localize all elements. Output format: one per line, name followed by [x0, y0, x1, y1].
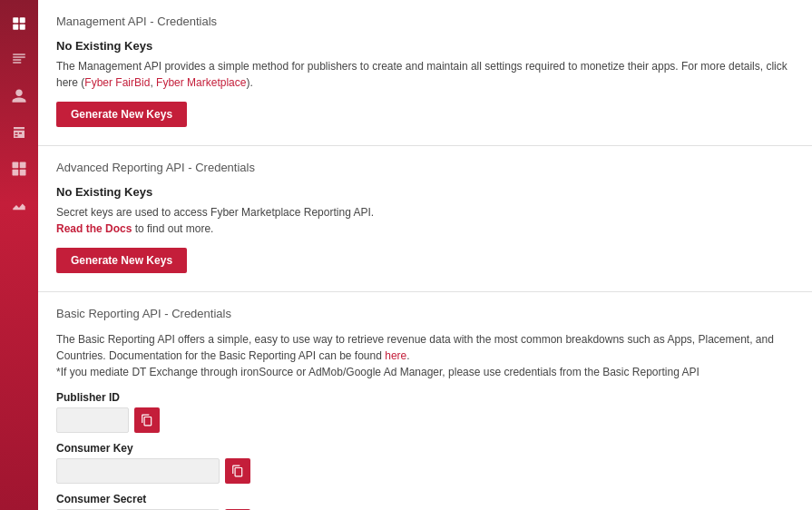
- basic-api-desc-main: The Basic Reporting API offers a simple,…: [56, 333, 774, 362]
- advanced-api-desc-end: to find out more.: [132, 222, 213, 235]
- consumer-key-row: [56, 458, 794, 484]
- advanced-api-subtitle: No Existing Keys: [56, 185, 794, 199]
- consumer-key-input[interactable]: [56, 458, 220, 484]
- basic-api-title: Basic Reporting API - Credentials: [56, 307, 794, 320]
- svg-rect-4: [13, 162, 19, 169]
- consumer-secret-group: Consumer Secret: [56, 493, 794, 510]
- advanced-api-desc-text: Secret keys are used to access Fyber Mar…: [56, 206, 374, 219]
- main-content: Management API - Credentials No Existing…: [38, 0, 812, 510]
- management-api-section: Management API - Credentials No Existing…: [38, 0, 812, 146]
- management-api-title: Management API - Credentials: [56, 15, 794, 28]
- svg-rect-7: [20, 170, 26, 176]
- read-docs-link[interactable]: Read the Docs: [56, 222, 132, 235]
- svg-rect-5: [20, 162, 26, 169]
- publisher-id-row: [56, 407, 794, 433]
- advanced-api-title: Advanced Reporting API - Credentials: [56, 161, 794, 174]
- fyber-marketplace-link[interactable]: Fyber Marketplace: [156, 76, 246, 89]
- svg-rect-3: [20, 25, 25, 30]
- svg-rect-2: [13, 25, 18, 30]
- sidebar-icon-users[interactable]: [5, 82, 34, 111]
- advanced-api-desc: Secret keys are used to access Fyber Mar…: [56, 204, 794, 237]
- svg-rect-1: [20, 17, 25, 23]
- sidebar-icon-analytics[interactable]: [5, 191, 34, 220]
- consumer-key-label: Consumer Key: [56, 442, 794, 455]
- sidebar-icon-dashboard[interactable]: [5, 9, 34, 38]
- advanced-api-section: Advanced Reporting API - Credentials No …: [38, 146, 812, 292]
- svg-rect-6: [13, 170, 19, 176]
- basic-api-desc: The Basic Reporting API offers a simple,…: [56, 331, 794, 380]
- basic-api-section: Basic Reporting API - Credentials The Ba…: [38, 292, 812, 510]
- publisher-id-group: Publisher ID: [56, 391, 794, 433]
- svg-rect-0: [13, 17, 18, 23]
- sidebar-icon-apps[interactable]: [5, 154, 34, 183]
- publisher-id-copy-button[interactable]: [134, 407, 160, 433]
- publisher-id-label: Publisher ID: [56, 391, 794, 404]
- advanced-generate-button[interactable]: Generate New Keys: [56, 248, 187, 273]
- sidebar-icon-reports[interactable]: [5, 45, 34, 74]
- consumer-key-group: Consumer Key: [56, 442, 794, 484]
- management-api-desc: The Management API provides a simple met…: [56, 58, 794, 91]
- sidebar: [0, 0, 38, 510]
- publisher-id-input[interactable]: [56, 407, 129, 433]
- basic-api-note: *If you mediate DT Exchange through iron…: [56, 366, 699, 378]
- fyber-fairbid-link[interactable]: Fyber FairBid: [84, 76, 150, 89]
- consumer-secret-label: Consumer Secret: [56, 493, 794, 505]
- sidebar-icon-billing[interactable]: [5, 118, 34, 147]
- management-generate-button[interactable]: Generate New Keys: [56, 102, 187, 127]
- consumer-key-copy-button[interactable]: [225, 458, 250, 484]
- management-api-subtitle: No Existing Keys: [56, 39, 794, 53]
- basic-api-here-link[interactable]: here: [385, 349, 406, 362]
